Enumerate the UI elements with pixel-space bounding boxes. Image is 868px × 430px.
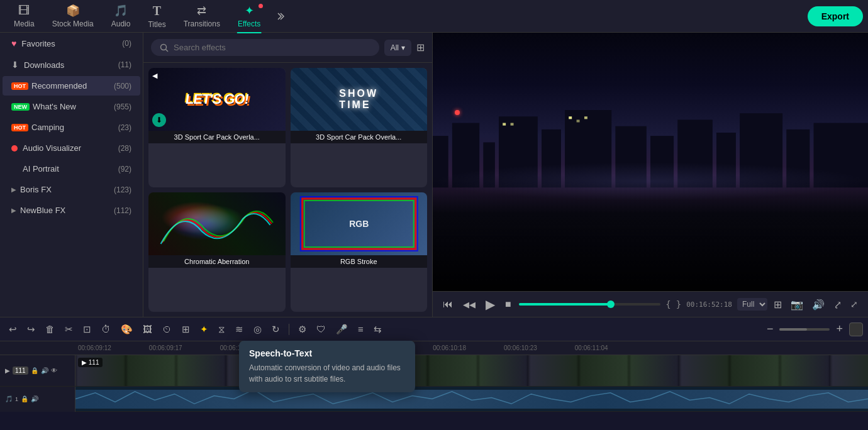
zoom-in-button[interactable]: +	[832, 320, 847, 338]
crop-button[interactable]: ⊡	[79, 321, 95, 338]
audio-visualizer-label: Audio Visualizer	[23, 143, 118, 153]
nav-media[interactable]: 🎞 Media	[5, 2, 43, 31]
rotate-button[interactable]: ↻	[268, 321, 284, 338]
toolbar-divider-1	[289, 324, 289, 335]
search-input-wrap[interactable]	[151, 39, 379, 56]
audio-track-content[interactable]	[75, 387, 868, 411]
effect-card-sport-car-1[interactable]: LET'S GO! ⬇ ◀ 3D Sport Car Pack Overla..…	[148, 68, 286, 187]
export-button[interactable]: Export	[808, 6, 863, 26]
recommended-label: Recommended	[31, 81, 114, 91]
effect-card-sport-car-2[interactable]: SHOWTIME 3D Sport Car Pack Overla...	[291, 68, 428, 187]
chevron-down-icon: ▾	[401, 43, 405, 52]
chromatic-svg	[148, 192, 286, 255]
settings-button[interactable]: ⚙	[294, 321, 310, 338]
undo-button[interactable]: ↩	[5, 321, 21, 338]
sidebar-item-camping[interactable]: HOT Camping (23)	[3, 118, 140, 137]
stock-media-icon: 📦	[66, 4, 80, 18]
magic-button[interactable]: ✦	[196, 321, 212, 338]
fit-button[interactable]: ⊞	[178, 321, 194, 338]
layout-button[interactable]: ⊞	[771, 297, 784, 312]
download-overlay-icon: ⬇	[152, 113, 166, 127]
audio-track-num: 1	[15, 396, 18, 402]
nav-titles[interactable]: T Titles	[139, 1, 174, 31]
sidebar-item-favorites[interactable]: ♥ Favorites (0)	[3, 33, 140, 53]
sidebar-item-whats-new[interactable]: NEW What's New (955)	[3, 97, 140, 116]
zoom-out-button[interactable]: −	[763, 320, 777, 338]
boris-fx-count: (123)	[114, 185, 131, 194]
sidebar-item-recommended[interactable]: HOT Recommended (500)	[3, 76, 140, 96]
nav-stock-media[interactable]: 📦 Stock Media	[43, 1, 103, 31]
stop-button[interactable]: ■	[503, 297, 514, 311]
shield-button[interactable]: 🛡	[313, 321, 330, 337]
favorites-label: Favorites	[21, 39, 122, 48]
waveform-button[interactable]: ≋	[231, 321, 247, 338]
chevrons-right-icon	[274, 11, 286, 22]
svg-rect-19	[503, 123, 506, 126]
keyframe-button[interactable]: ⧖	[214, 321, 229, 338]
svg-rect-20	[511, 123, 514, 126]
whats-new-label: What's New	[33, 102, 114, 111]
zoom-slider[interactable]	[779, 328, 830, 331]
circle-button[interactable]: ◎	[250, 321, 265, 338]
sidebar-item-boris-fx[interactable]: ▶ Boris FX (123)	[3, 180, 140, 199]
grid-view-button[interactable]: ⊞	[416, 41, 425, 53]
audio-visualizer-count: (28)	[118, 144, 131, 153]
sidebar-item-audio-visualizer[interactable]: Audio Visualizer (28)	[3, 138, 140, 158]
frame-back-button[interactable]: ◀◀	[460, 299, 478, 311]
nav-effects[interactable]: ✦ Effects	[229, 1, 269, 31]
sidebar-item-newblue-fx[interactable]: ▶ NewBlue FX (112)	[3, 201, 140, 220]
export-frame-button[interactable]: ⤤	[831, 297, 844, 312]
effect-card-rgb-stroke[interactable]: RGB RGB Stroke	[291, 192, 428, 312]
video-track-controls: ▶ 111 🔒 🔊 👁	[0, 355, 75, 386]
downloads-label: Downloads	[24, 60, 118, 70]
svg-rect-23	[584, 117, 587, 119]
nav-transitions[interactable]: ⇄ Transitions	[175, 1, 229, 31]
redo-button[interactable]: ↪	[23, 321, 39, 338]
video-area: ⏮ ◀◀ ▶ ■ { } 00:16:52:18 Full ⊞ 📷 🔊 ⤤ ⤢	[433, 33, 868, 317]
sidebar-item-ai-portrait[interactable]: AI Portrait (92)	[3, 159, 140, 179]
video-preview	[433, 33, 868, 291]
effects-icon: ✦	[245, 4, 254, 18]
video-track-content[interactable]: ▶ 111	[75, 355, 868, 386]
screenshot-button[interactable]: 📷	[788, 297, 806, 312]
camping-label: Camping	[31, 123, 118, 132]
ai-portrait-count: (92)	[118, 165, 131, 174]
ruler-time-5: 00:06:10:18	[433, 345, 466, 351]
transfer-button[interactable]: ⇆	[370, 321, 386, 338]
duration-button[interactable]: ⏲	[159, 321, 175, 337]
ai-portrait-label: AI Portrait	[11, 164, 118, 174]
search-input[interactable]	[174, 43, 370, 52]
delete-button[interactable]: 🗑	[42, 321, 58, 337]
volume-button[interactable]: 🔊	[810, 297, 827, 312]
out-bracket: }	[676, 299, 681, 309]
nav-audio[interactable]: 🎵 Audio	[103, 1, 140, 31]
video-right-controls: Full ⊞ 📷 🔊 ⤤ ⤢	[737, 297, 860, 312]
video-background	[433, 33, 868, 291]
progress-thumb	[607, 300, 615, 308]
audio-track-lock-icon: 🔒	[21, 395, 28, 402]
nav-more-button[interactable]	[269, 11, 291, 22]
color-button[interactable]: 🎨	[117, 321, 136, 338]
skip-back-button[interactable]: ⏮	[440, 297, 455, 311]
cut-button[interactable]: ✂	[61, 321, 77, 338]
timer-button[interactable]: ⏱	[97, 321, 114, 337]
red-dot-icon	[11, 145, 18, 152]
black-square-button[interactable]	[849, 322, 863, 336]
effect-card-chromatic[interactable]: Chromatic Aberration	[148, 192, 286, 312]
svg-point-0	[161, 44, 167, 50]
video-track-number: 111	[13, 367, 28, 375]
arrow-right-icon-newblue: ▶	[11, 207, 16, 214]
sidebar: ♥ Favorites (0) ⬇ Downloads (11) HOT Rec…	[0, 33, 143, 317]
filter-button[interactable]: All ▾	[384, 40, 411, 56]
mic-button[interactable]: 🎤	[332, 321, 352, 338]
play-button[interactable]: ▶	[483, 295, 498, 313]
timeline-toolbar: ↩ ↪ 🗑 ✂ ⊡ ⏱ 🎨 🖼 ⏲ ⊞ ✦ ⧖ ≋ ◎ ↻ ⚙ 🛡 🎤 ≡ ⇆ …	[0, 317, 868, 341]
traffic-light	[455, 110, 460, 115]
sort-button[interactable]: ≡	[354, 321, 367, 337]
hot-badge-recommended: HOT	[11, 82, 28, 90]
progress-bar[interactable]	[519, 303, 661, 306]
quality-select[interactable]: Full	[737, 298, 767, 311]
sidebar-item-downloads[interactable]: ⬇ Downloads (11)	[3, 55, 140, 75]
image-button[interactable]: 🖼	[139, 321, 156, 337]
fullscreen-button[interactable]: ⤢	[848, 298, 860, 311]
